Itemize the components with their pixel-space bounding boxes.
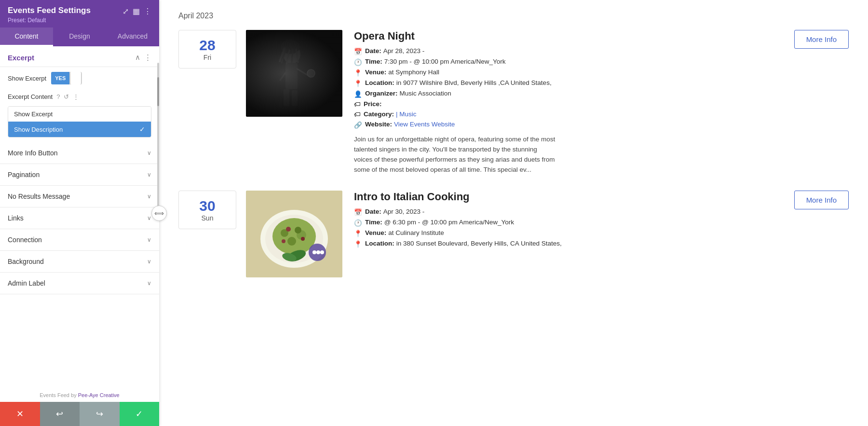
show-excerpt-label: Show Excerpt xyxy=(8,75,46,82)
undo-button[interactable]: ↩ xyxy=(40,402,80,426)
section-connection-header[interactable]: Connection ∨ xyxy=(0,229,159,250)
svg-point-22 xyxy=(286,227,291,232)
section-admin-label-header[interactable]: Admin Label ∨ xyxy=(0,273,159,294)
svg-point-29 xyxy=(316,250,320,254)
excerpt-more-icon[interactable]: ⋮ xyxy=(144,53,151,62)
layout-icon[interactable]: ▦ xyxy=(133,7,140,16)
section-admin-label-label: Admin Label xyxy=(8,279,45,287)
excerpt-options-icon[interactable]: ⋮ xyxy=(73,93,79,100)
event-date-day-1: Fri xyxy=(184,54,231,61)
event-detail-venue-2: 📍 Venue: at Culinary Institute xyxy=(354,229,794,237)
sidebar-preset[interactable]: Preset: Default xyxy=(8,17,91,24)
excerpt-content-dropdown: Show Excerpt Show Description xyxy=(8,106,151,137)
excerpt-section-title: Excerpt xyxy=(8,54,34,62)
section-pagination-header[interactable]: Pagination ∨ xyxy=(0,164,159,185)
event-detail-time-1: 🕐 Time: 7:30 pm - @ 10:00 pm America/New… xyxy=(354,58,794,66)
svg-line-3 xyxy=(297,69,309,76)
dropdown-option-description[interactable]: Show Description xyxy=(8,122,151,137)
event-date-box-2: 30 Sun xyxy=(178,191,236,229)
event-title-2: Intro to Italian Cooking xyxy=(354,191,794,203)
svg-line-11 xyxy=(286,50,289,64)
show-excerpt-toggle[interactable]: YES xyxy=(51,72,82,84)
excerpt-section-header: Excerpt ∧ ⋮ xyxy=(0,46,159,67)
section-no-results-label: No Results Message xyxy=(8,192,70,200)
section-pagination: Pagination ∨ xyxy=(0,164,159,186)
tab-advanced[interactable]: Advanced xyxy=(106,27,159,46)
more-info-button-1[interactable]: More Info xyxy=(794,30,849,49)
svg-line-13 xyxy=(296,49,298,62)
sidebar-content: Excerpt ∧ ⋮ Show Excerpt YES Excerpt Con… xyxy=(0,46,159,426)
svg-line-10 xyxy=(282,49,286,63)
tab-design[interactable]: Design xyxy=(53,27,106,46)
dropdown-option-excerpt[interactable]: Show Excerpt xyxy=(8,107,151,122)
more-options-icon[interactable]: ⋮ xyxy=(144,7,151,16)
sidebar: Events Feed Settings Preset: Default ⤢ ▦… xyxy=(0,0,159,426)
event-date-number-1: 28 xyxy=(184,37,231,54)
event-title-1: Opera Night xyxy=(354,30,794,42)
svg-point-24 xyxy=(282,239,285,243)
section-links-header[interactable]: Links ∨ xyxy=(0,207,159,229)
month-label: April 2023 xyxy=(178,12,849,20)
event-date-number-2: 30 xyxy=(184,198,231,214)
sidebar-scrollbar-thumb xyxy=(157,77,159,106)
resize-icon[interactable]: ⤢ xyxy=(122,7,129,16)
tab-content[interactable]: Content xyxy=(0,27,53,46)
svg-point-8 xyxy=(281,40,300,54)
event-category-link-1[interactable]: | Music xyxy=(396,110,417,118)
footer-credit-link[interactable]: Pee-Aye Creative xyxy=(78,392,120,398)
svg-point-20 xyxy=(287,237,296,246)
category-icon-1: 🏷 xyxy=(354,111,361,118)
sidebar-tabs: Content Design Advanced xyxy=(0,27,159,46)
svg-rect-0 xyxy=(246,30,342,117)
save-button[interactable]: ✓ xyxy=(120,402,160,426)
sidebar-header: Events Feed Settings Preset: Default ⤢ ▦… xyxy=(0,0,159,27)
event-detail-website-1: 🔗 Website: View Events Website xyxy=(354,121,794,129)
svg-line-9 xyxy=(280,48,285,61)
show-excerpt-row: Show Excerpt YES xyxy=(0,67,159,89)
section-more-info-button-header[interactable]: More Info Button ∨ xyxy=(0,142,159,164)
redo-button[interactable]: ↪ xyxy=(80,402,120,426)
svg-line-5 xyxy=(280,71,287,81)
section-links: Links ∨ xyxy=(0,207,159,229)
chevron-down-icon-2: ∨ xyxy=(147,171,151,178)
excerpt-reset-icon[interactable]: ↺ xyxy=(64,93,69,100)
event-row-inner-1: Opera Night 📅 Date: Apr 28, 2023 - 🕐 Tim… xyxy=(246,30,849,175)
event-row-2: 30 Sun xyxy=(178,191,849,277)
svg-point-28 xyxy=(312,250,316,254)
event-detail-location-1: 📍 Location: in 9077 Wilshire Blvd, Bever… xyxy=(354,79,794,87)
section-more-info-button: More Info Button ∨ xyxy=(0,142,159,164)
section-connection: Connection ∨ xyxy=(0,229,159,251)
event-detail-location-2: 📍 Location: in 380 Sunset Boulevard, Bev… xyxy=(354,240,794,248)
cancel-button[interactable]: ✕ xyxy=(0,402,40,426)
sidebar-scrollbar[interactable] xyxy=(157,63,159,207)
event-image-1 xyxy=(246,30,342,117)
calendar-icon-2: 📅 xyxy=(354,208,362,216)
location-icon-1: 📍 xyxy=(354,80,362,87)
svg-line-12 xyxy=(292,50,293,63)
svg-point-21 xyxy=(295,227,301,234)
section-pagination-label: Pagination xyxy=(8,171,40,179)
collapse-icon[interactable]: ∧ xyxy=(135,53,140,62)
clock-icon-1: 🕐 xyxy=(354,58,362,66)
event-website-link-1[interactable]: View Events Website xyxy=(394,121,455,128)
resize-handle-icon: ⟺ xyxy=(154,209,164,217)
main-content: April 2023 28 Fri xyxy=(159,0,868,426)
section-links-label: Links xyxy=(8,214,24,222)
event-details-1: Opera Night 📅 Date: Apr 28, 2023 - 🕐 Tim… xyxy=(354,30,794,175)
more-info-button-2[interactable]: More Info xyxy=(794,191,849,209)
excerpt-content-label: Excerpt Content xyxy=(8,93,53,100)
clock-icon-2: 🕐 xyxy=(354,219,362,227)
section-background-header[interactable]: Background ∨ xyxy=(0,251,159,272)
section-background-label: Background xyxy=(8,258,44,265)
section-no-results: No Results Message ∨ xyxy=(0,186,159,207)
chevron-down-icon-5: ∨ xyxy=(147,236,151,243)
divider-handle[interactable]: ⟺ xyxy=(151,206,167,221)
section-admin-label: Admin Label ∨ xyxy=(0,273,159,294)
svg-point-4 xyxy=(307,69,315,77)
svg-point-30 xyxy=(320,250,324,254)
calendar-icon-1: 📅 xyxy=(354,48,362,55)
event-detail-time-2: 🕐 Time: @ 6:30 pm - @ 10:00 pm America/N… xyxy=(354,219,794,227)
section-no-results-header[interactable]: No Results Message ∨ xyxy=(0,186,159,207)
excerpt-help-icon[interactable]: ? xyxy=(56,93,60,100)
event-date-day-2: Sun xyxy=(184,214,231,222)
